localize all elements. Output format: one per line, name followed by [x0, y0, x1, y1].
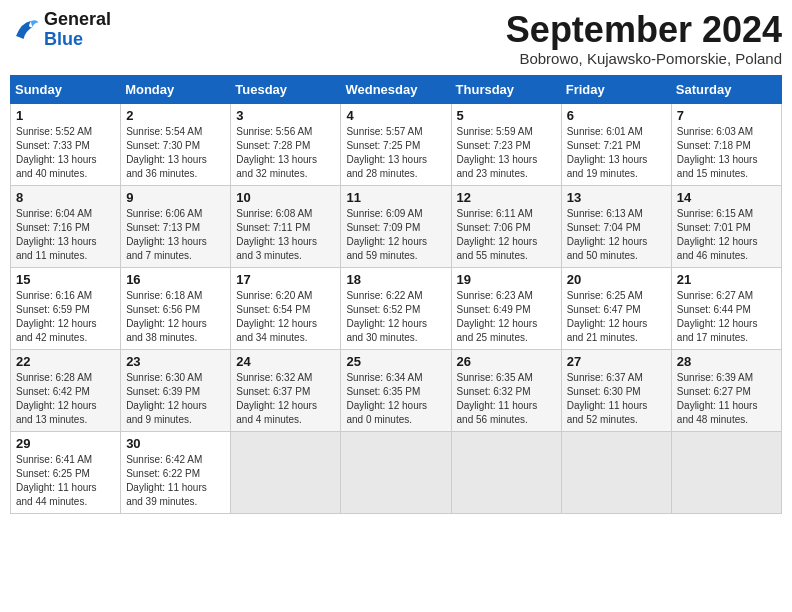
day-number: 22: [16, 354, 115, 369]
logo-line2: Blue: [44, 30, 111, 50]
calendar-day-cell: 10Sunrise: 6:08 AM Sunset: 7:11 PM Dayli…: [231, 185, 341, 267]
weekday-header-saturday: Saturday: [671, 75, 781, 103]
calendar-week-row: 1Sunrise: 5:52 AM Sunset: 7:33 PM Daylig…: [11, 103, 782, 185]
calendar-day-cell: 21Sunrise: 6:27 AM Sunset: 6:44 PM Dayli…: [671, 267, 781, 349]
day-number: 14: [677, 190, 776, 205]
calendar-day-cell: 11Sunrise: 6:09 AM Sunset: 7:09 PM Dayli…: [341, 185, 451, 267]
day-number: 10: [236, 190, 335, 205]
calendar-week-row: 15Sunrise: 6:16 AM Sunset: 6:59 PM Dayli…: [11, 267, 782, 349]
day-number: 28: [677, 354, 776, 369]
calendar-day-cell: 20Sunrise: 6:25 AM Sunset: 6:47 PM Dayli…: [561, 267, 671, 349]
day-info: Sunrise: 5:59 AM Sunset: 7:23 PM Dayligh…: [457, 125, 556, 181]
day-number: 12: [457, 190, 556, 205]
day-number: 9: [126, 190, 225, 205]
weekday-header-wednesday: Wednesday: [341, 75, 451, 103]
day-info: Sunrise: 6:34 AM Sunset: 6:35 PM Dayligh…: [346, 371, 445, 427]
day-info: Sunrise: 6:30 AM Sunset: 6:39 PM Dayligh…: [126, 371, 225, 427]
day-info: Sunrise: 6:03 AM Sunset: 7:18 PM Dayligh…: [677, 125, 776, 181]
day-info: Sunrise: 6:11 AM Sunset: 7:06 PM Dayligh…: [457, 207, 556, 263]
day-number: 18: [346, 272, 445, 287]
day-number: 27: [567, 354, 666, 369]
calendar-day-cell: 16Sunrise: 6:18 AM Sunset: 6:56 PM Dayli…: [121, 267, 231, 349]
day-number: 17: [236, 272, 335, 287]
logo-line1: General: [44, 10, 111, 30]
weekday-header-friday: Friday: [561, 75, 671, 103]
day-info: Sunrise: 6:23 AM Sunset: 6:49 PM Dayligh…: [457, 289, 556, 345]
day-number: 20: [567, 272, 666, 287]
logo-icon: [10, 15, 40, 45]
day-number: 16: [126, 272, 225, 287]
day-number: 4: [346, 108, 445, 123]
day-info: Sunrise: 6:28 AM Sunset: 6:42 PM Dayligh…: [16, 371, 115, 427]
weekday-header-sunday: Sunday: [11, 75, 121, 103]
calendar-day-cell: 9Sunrise: 6:06 AM Sunset: 7:13 PM Daylig…: [121, 185, 231, 267]
calendar-day-cell: 19Sunrise: 6:23 AM Sunset: 6:49 PM Dayli…: [451, 267, 561, 349]
day-info: Sunrise: 6:22 AM Sunset: 6:52 PM Dayligh…: [346, 289, 445, 345]
day-number: 29: [16, 436, 115, 451]
calendar-day-cell: 13Sunrise: 6:13 AM Sunset: 7:04 PM Dayli…: [561, 185, 671, 267]
location: Bobrowo, Kujawsko-Pomorskie, Poland: [506, 50, 782, 67]
empty-cell: [231, 431, 341, 513]
calendar-day-cell: 26Sunrise: 6:35 AM Sunset: 6:32 PM Dayli…: [451, 349, 561, 431]
day-number: 5: [457, 108, 556, 123]
day-number: 13: [567, 190, 666, 205]
calendar-day-cell: 5Sunrise: 5:59 AM Sunset: 7:23 PM Daylig…: [451, 103, 561, 185]
day-number: 24: [236, 354, 335, 369]
day-info: Sunrise: 6:15 AM Sunset: 7:01 PM Dayligh…: [677, 207, 776, 263]
weekday-header-tuesday: Tuesday: [231, 75, 341, 103]
day-info: Sunrise: 6:04 AM Sunset: 7:16 PM Dayligh…: [16, 207, 115, 263]
calendar-day-cell: 1Sunrise: 5:52 AM Sunset: 7:33 PM Daylig…: [11, 103, 121, 185]
empty-cell: [341, 431, 451, 513]
day-info: Sunrise: 6:08 AM Sunset: 7:11 PM Dayligh…: [236, 207, 335, 263]
day-number: 8: [16, 190, 115, 205]
calendar-day-cell: 12Sunrise: 6:11 AM Sunset: 7:06 PM Dayli…: [451, 185, 561, 267]
day-info: Sunrise: 6:27 AM Sunset: 6:44 PM Dayligh…: [677, 289, 776, 345]
day-number: 30: [126, 436, 225, 451]
day-info: Sunrise: 6:18 AM Sunset: 6:56 PM Dayligh…: [126, 289, 225, 345]
weekday-header-thursday: Thursday: [451, 75, 561, 103]
calendar-day-cell: 6Sunrise: 6:01 AM Sunset: 7:21 PM Daylig…: [561, 103, 671, 185]
day-info: Sunrise: 5:56 AM Sunset: 7:28 PM Dayligh…: [236, 125, 335, 181]
calendar-day-cell: 23Sunrise: 6:30 AM Sunset: 6:39 PM Dayli…: [121, 349, 231, 431]
day-number: 2: [126, 108, 225, 123]
day-info: Sunrise: 5:54 AM Sunset: 7:30 PM Dayligh…: [126, 125, 225, 181]
weekday-header-row: SundayMondayTuesdayWednesdayThursdayFrid…: [11, 75, 782, 103]
weekday-header-monday: Monday: [121, 75, 231, 103]
calendar-day-cell: 25Sunrise: 6:34 AM Sunset: 6:35 PM Dayli…: [341, 349, 451, 431]
page-header: General Blue September 2024 Bobrowo, Kuj…: [10, 10, 782, 67]
day-number: 21: [677, 272, 776, 287]
calendar-day-cell: 29Sunrise: 6:41 AM Sunset: 6:25 PM Dayli…: [11, 431, 121, 513]
day-info: Sunrise: 6:42 AM Sunset: 6:22 PM Dayligh…: [126, 453, 225, 509]
day-info: Sunrise: 6:16 AM Sunset: 6:59 PM Dayligh…: [16, 289, 115, 345]
day-number: 1: [16, 108, 115, 123]
day-info: Sunrise: 6:39 AM Sunset: 6:27 PM Dayligh…: [677, 371, 776, 427]
day-info: Sunrise: 6:25 AM Sunset: 6:47 PM Dayligh…: [567, 289, 666, 345]
calendar-day-cell: 28Sunrise: 6:39 AM Sunset: 6:27 PM Dayli…: [671, 349, 781, 431]
logo: General Blue: [10, 10, 111, 50]
day-info: Sunrise: 6:01 AM Sunset: 7:21 PM Dayligh…: [567, 125, 666, 181]
calendar-day-cell: 14Sunrise: 6:15 AM Sunset: 7:01 PM Dayli…: [671, 185, 781, 267]
calendar-week-row: 8Sunrise: 6:04 AM Sunset: 7:16 PM Daylig…: [11, 185, 782, 267]
calendar-day-cell: 4Sunrise: 5:57 AM Sunset: 7:25 PM Daylig…: [341, 103, 451, 185]
day-info: Sunrise: 6:37 AM Sunset: 6:30 PM Dayligh…: [567, 371, 666, 427]
day-number: 6: [567, 108, 666, 123]
calendar-day-cell: 22Sunrise: 6:28 AM Sunset: 6:42 PM Dayli…: [11, 349, 121, 431]
calendar-day-cell: 27Sunrise: 6:37 AM Sunset: 6:30 PM Dayli…: [561, 349, 671, 431]
calendar-day-cell: 8Sunrise: 6:04 AM Sunset: 7:16 PM Daylig…: [11, 185, 121, 267]
day-info: Sunrise: 5:52 AM Sunset: 7:33 PM Dayligh…: [16, 125, 115, 181]
calendar-day-cell: 18Sunrise: 6:22 AM Sunset: 6:52 PM Dayli…: [341, 267, 451, 349]
calendar-week-row: 22Sunrise: 6:28 AM Sunset: 6:42 PM Dayli…: [11, 349, 782, 431]
day-number: 7: [677, 108, 776, 123]
calendar-week-row: 29Sunrise: 6:41 AM Sunset: 6:25 PM Dayli…: [11, 431, 782, 513]
day-info: Sunrise: 6:32 AM Sunset: 6:37 PM Dayligh…: [236, 371, 335, 427]
day-number: 23: [126, 354, 225, 369]
day-number: 15: [16, 272, 115, 287]
day-info: Sunrise: 6:13 AM Sunset: 7:04 PM Dayligh…: [567, 207, 666, 263]
title-block: September 2024 Bobrowo, Kujawsko-Pomorsk…: [506, 10, 782, 67]
calendar-day-cell: 30Sunrise: 6:42 AM Sunset: 6:22 PM Dayli…: [121, 431, 231, 513]
day-number: 25: [346, 354, 445, 369]
day-info: Sunrise: 6:41 AM Sunset: 6:25 PM Dayligh…: [16, 453, 115, 509]
calendar-day-cell: 3Sunrise: 5:56 AM Sunset: 7:28 PM Daylig…: [231, 103, 341, 185]
calendar-day-cell: 24Sunrise: 6:32 AM Sunset: 6:37 PM Dayli…: [231, 349, 341, 431]
empty-cell: [451, 431, 561, 513]
